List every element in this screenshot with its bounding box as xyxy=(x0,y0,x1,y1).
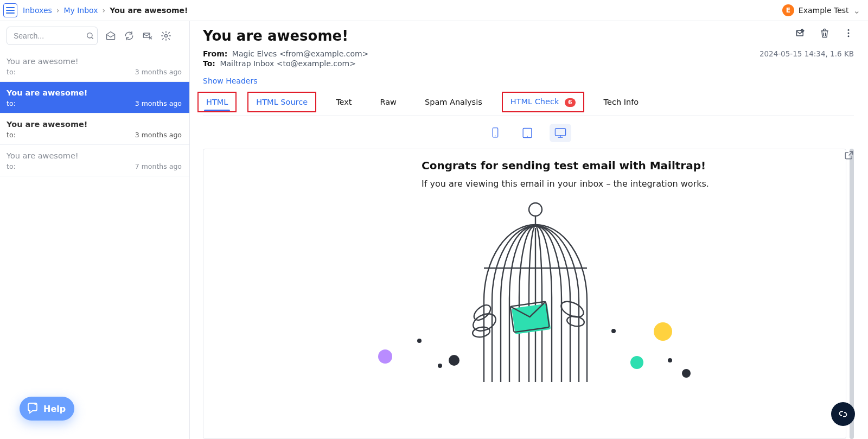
timestamp-size: 2024-05-15 14:34, 1.6 KB xyxy=(760,49,854,58)
menu-icon xyxy=(6,7,15,14)
list-item-age: 3 months ago xyxy=(135,99,182,107)
list-item-title: You are awesome! xyxy=(7,88,182,97)
list-item-to: to: xyxy=(7,99,16,107)
svg-point-12 xyxy=(529,203,542,216)
list-item-title: You are awesome! xyxy=(7,151,182,160)
tab-html-check[interactable]: HTML Check 6 xyxy=(507,92,579,116)
device-tablet[interactable] xyxy=(517,124,538,142)
svg-point-2 xyxy=(165,35,168,37)
chevron-down-icon: ⌄ xyxy=(853,5,860,16)
svg-point-6 xyxy=(848,35,850,37)
account-menu[interactable]: E Example Test ⌄ xyxy=(782,4,860,16)
tab-spam-analysis[interactable]: Spam Analysis xyxy=(422,92,486,115)
preview-body-text: If you are viewing this email in your in… xyxy=(422,179,747,189)
tab-html[interactable]: HTML xyxy=(203,92,231,115)
list-item-title: You are awesome! xyxy=(7,57,182,66)
list-item[interactable]: You are awesome!to: 7 months ago xyxy=(0,145,189,176)
svg-point-15 xyxy=(472,326,491,338)
to-label: To: xyxy=(203,59,215,68)
svg-point-20 xyxy=(34,403,36,405)
sweep-icon[interactable] xyxy=(142,30,153,41)
svg-point-8 xyxy=(495,135,496,136)
avatar: E xyxy=(782,4,794,16)
crumb-inboxes[interactable]: Inboxes xyxy=(23,6,52,15)
tab-text[interactable]: Text xyxy=(333,92,355,115)
link-icon xyxy=(837,408,849,420)
more-icon[interactable] xyxy=(843,28,854,39)
help-label: Help xyxy=(43,404,66,414)
birdcage-illustration xyxy=(356,198,693,382)
chevron-right-icon: › xyxy=(56,6,60,15)
list-item[interactable]: You are awesome!to: 3 months ago xyxy=(0,113,189,145)
refresh-icon[interactable] xyxy=(124,30,135,41)
email-preview: Congrats for sending test email with Mai… xyxy=(203,149,846,440)
compose-icon[interactable] xyxy=(795,28,806,39)
topbar: Inboxes › My Inbox › You are awesome! E … xyxy=(0,0,868,21)
list-item-age: 3 months ago xyxy=(135,68,182,76)
page-title: You are awesome! xyxy=(203,28,348,44)
from-label: From: xyxy=(203,49,227,58)
menu-button[interactable] xyxy=(3,3,17,17)
breadcrumb: Inboxes › My Inbox › You are awesome! xyxy=(23,6,188,15)
svg-point-10 xyxy=(527,136,528,137)
tab-tech-info[interactable]: Tech Info xyxy=(601,92,642,115)
svg-point-16 xyxy=(559,298,586,320)
svg-rect-1 xyxy=(144,33,150,37)
preview-heading: Congrats for sending test email with Mai… xyxy=(422,159,747,172)
tab-raw[interactable]: Raw xyxy=(376,92,400,115)
list-item-to: to: xyxy=(7,162,16,170)
from-value: Magic Elves <from@example.com> xyxy=(232,49,369,58)
list-toolbar xyxy=(0,21,189,50)
search-input[interactable] xyxy=(7,27,98,45)
list-item-to: to: xyxy=(7,131,16,139)
html-check-badge: 6 xyxy=(565,98,576,107)
tab-html-source[interactable]: HTML Source xyxy=(253,92,311,115)
search-icon[interactable] xyxy=(86,31,94,40)
scrollbar[interactable] xyxy=(850,149,854,440)
open-mail-icon[interactable] xyxy=(105,30,116,41)
help-button[interactable]: Help xyxy=(20,397,74,421)
device-phone[interactable] xyxy=(486,124,505,142)
message-viewer: You are awesome! From: xyxy=(190,21,868,439)
message-list: You are awesome!to: 3 months agoYou are … xyxy=(0,50,189,439)
open-external-icon[interactable] xyxy=(844,150,854,160)
trash-icon[interactable] xyxy=(819,28,830,39)
gear-icon[interactable] xyxy=(161,30,171,41)
chevron-right-icon: › xyxy=(103,6,106,15)
message-list-panel: You are awesome!to: 3 months agoYou are … xyxy=(0,21,190,439)
list-item[interactable]: You are awesome!to: 3 months ago xyxy=(0,50,189,82)
list-item-age: 7 months ago xyxy=(135,162,182,170)
chat-icon xyxy=(26,402,39,415)
svg-point-5 xyxy=(848,33,850,34)
show-headers-link[interactable]: Show Headers xyxy=(203,77,854,85)
list-item[interactable]: You are awesome!to: 3 months ago xyxy=(0,82,189,113)
svg-rect-11 xyxy=(555,129,565,136)
crumb-my-inbox[interactable]: My Inbox xyxy=(63,6,98,15)
launcher-button[interactable] xyxy=(831,402,855,426)
list-item-title: You are awesome! xyxy=(7,120,182,129)
list-item-age: 3 months ago xyxy=(135,131,182,139)
list-item-to: to: xyxy=(7,68,16,76)
account-name: Example Test xyxy=(799,6,849,15)
svg-point-4 xyxy=(848,29,850,31)
device-desktop[interactable] xyxy=(550,124,571,142)
to-value: Mailtrap Inbox <to@example.com> xyxy=(220,59,355,68)
crumb-current: You are awesome! xyxy=(110,6,188,15)
svg-point-17 xyxy=(566,315,585,327)
tab-html-check-label: HTML Check xyxy=(510,97,559,106)
